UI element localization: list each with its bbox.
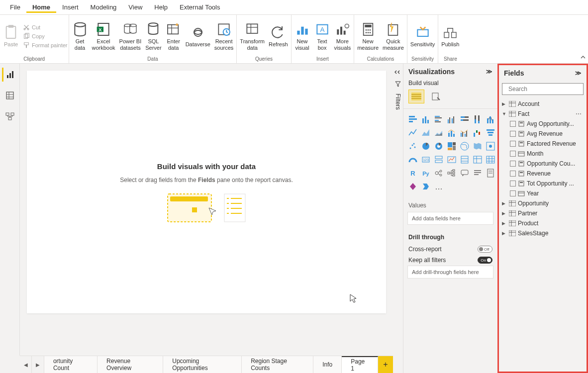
text-box-button[interactable]: AText box xyxy=(312,20,332,52)
publish-button[interactable]: Publish xyxy=(439,23,461,49)
page-prev-button[interactable]: ◀ xyxy=(20,356,32,373)
table-icon[interactable] xyxy=(472,154,483,165)
slicer-icon[interactable] xyxy=(459,154,470,165)
scatter-icon[interactable] xyxy=(407,141,418,152)
table-fact[interactable]: ▼Fact⋯ xyxy=(501,109,585,119)
pie-icon[interactable] xyxy=(420,141,431,152)
page-tab-revenue-overview[interactable]: Revenue Overview xyxy=(98,356,163,373)
model-view-button[interactable] xyxy=(2,109,18,123)
key-influencers-icon[interactable] xyxy=(433,168,444,179)
menu-insert[interactable]: Insert xyxy=(56,1,85,13)
cut-button[interactable]: Cut xyxy=(23,24,68,31)
page-next-button[interactable]: ▶ xyxy=(32,356,44,373)
stacked-column-icon[interactable] xyxy=(420,114,431,125)
menu-help[interactable]: Help xyxy=(148,1,174,13)
kpi-icon[interactable] xyxy=(446,154,457,165)
field-tot-opportunity[interactable]: Tot Opportunity ... xyxy=(509,179,585,188)
table-opportunity[interactable]: ▶Opportunity xyxy=(501,198,585,208)
power-apps-icon[interactable] xyxy=(407,181,418,192)
format-painter-button[interactable]: Format painter xyxy=(23,42,68,49)
field-year[interactable]: Year xyxy=(509,188,585,198)
donut-icon[interactable] xyxy=(433,141,444,152)
add-page-button[interactable]: + xyxy=(378,356,393,373)
dataverse-button[interactable]: Dataverse xyxy=(184,23,212,49)
sensitivity-button[interactable]: Sensitivity xyxy=(408,23,437,49)
field-factored-revenue[interactable]: Factored Revenue xyxy=(509,139,585,149)
transform-data-button[interactable]: Transform data xyxy=(238,20,267,52)
new-measure-button[interactable]: New measure xyxy=(355,20,381,52)
fields-search-input[interactable] xyxy=(508,86,583,93)
clustered-column-icon[interactable] xyxy=(446,114,457,125)
area-chart-icon[interactable] xyxy=(420,127,431,138)
page-tab-info[interactable]: Info xyxy=(313,356,342,373)
copy-button[interactable]: Copy xyxy=(23,33,68,40)
report-view-button[interactable] xyxy=(2,68,18,82)
page-tab-region-stage-counts[interactable]: Region Stage Counts xyxy=(242,356,313,373)
field-month[interactable]: Month xyxy=(509,149,585,159)
paste-button[interactable]: Paste xyxy=(1,23,21,49)
stacked-area-icon[interactable] xyxy=(433,127,444,138)
page-tab-opportunity-count[interactable]: ortunity Count xyxy=(44,356,98,373)
stacked-bar-icon[interactable] xyxy=(407,114,418,125)
python-visual-icon[interactable]: Py xyxy=(420,168,431,179)
line-stacked-column-icon[interactable] xyxy=(446,127,457,138)
collapse-visualizations-button[interactable]: ≫ xyxy=(486,68,492,75)
report-canvas[interactable]: Build visuals with your data Select or d… xyxy=(27,71,386,313)
enter-data-button[interactable]: Enter data xyxy=(164,20,184,52)
table-salesstage[interactable]: ▶SalesStage xyxy=(501,228,585,238)
powerbi-datasets-button[interactable]: Power BI datasets xyxy=(117,20,144,52)
menu-modeling[interactable]: Modeling xyxy=(85,1,123,13)
menu-home[interactable]: Home xyxy=(26,1,56,13)
line-clustered-column-icon[interactable] xyxy=(459,127,470,138)
funnel-icon[interactable] xyxy=(485,127,496,138)
matrix-icon[interactable] xyxy=(485,154,496,165)
field-avg-opportunity[interactable]: Avg Opportunity... xyxy=(509,119,585,129)
line-chart-icon[interactable] xyxy=(407,127,418,138)
quick-measure-button[interactable]: Quick measure xyxy=(381,20,406,52)
filled-map-icon[interactable] xyxy=(472,141,483,152)
build-visual-tab[interactable] xyxy=(408,90,424,103)
expand-filters-button[interactable] xyxy=(394,68,401,77)
power-automate-icon[interactable] xyxy=(420,181,431,192)
menu-external-tools[interactable]: External Tools xyxy=(174,1,226,13)
recent-sources-button[interactable]: Recent sources xyxy=(212,20,236,52)
menu-file[interactable]: File xyxy=(4,1,26,13)
refresh-button[interactable]: Refresh xyxy=(267,23,290,49)
gauge-icon[interactable] xyxy=(407,154,418,165)
table-partner[interactable]: ▶Partner xyxy=(501,208,585,218)
map-icon[interactable] xyxy=(459,141,470,152)
excel-button[interactable]: XExcel workbook xyxy=(90,20,117,52)
paginated-report-icon[interactable] xyxy=(485,168,496,179)
azure-map-icon[interactable] xyxy=(485,141,496,152)
get-more-visuals-icon[interactable] xyxy=(433,181,444,192)
waterfall-icon[interactable] xyxy=(472,127,483,138)
ribbon-chart-icon[interactable] xyxy=(485,114,496,125)
decomposition-tree-icon[interactable] xyxy=(446,168,457,179)
treemap-icon[interactable] xyxy=(446,141,457,152)
collapse-ribbon-button[interactable] xyxy=(580,53,586,62)
menu-view[interactable]: View xyxy=(122,1,148,13)
cross-report-toggle[interactable]: Off xyxy=(478,246,492,253)
get-data-button[interactable]: Get data xyxy=(70,20,90,52)
collapse-fields-button[interactable]: ≫ xyxy=(575,70,582,77)
values-drop-well[interactable]: Add data fields here xyxy=(407,212,493,225)
field-avg-revenue[interactable]: Avg Revenue xyxy=(509,129,585,139)
smart-narrative-icon[interactable] xyxy=(472,168,483,179)
qa-visual-icon[interactable] xyxy=(459,168,470,179)
r-visual-icon[interactable]: R xyxy=(407,168,418,179)
sql-server-button[interactable]: SQL Server xyxy=(143,20,163,52)
page-tab-page1[interactable]: Page 1 xyxy=(342,356,378,373)
table-fact-more[interactable]: ⋯ xyxy=(576,110,584,117)
clustered-bar-icon[interactable] xyxy=(433,114,444,125)
field-revenue[interactable]: Revenue xyxy=(509,169,585,179)
table-product[interactable]: ▶Product xyxy=(501,218,585,228)
stacked-bar-100-icon[interactable] xyxy=(459,114,470,125)
keep-filters-toggle[interactable]: On xyxy=(478,257,492,264)
data-view-button[interactable] xyxy=(2,89,18,102)
stacked-column-100-icon[interactable] xyxy=(472,114,483,125)
more-visuals-button[interactable]: More visuals xyxy=(332,20,353,52)
card-icon[interactable]: 123 xyxy=(420,154,431,165)
fields-search[interactable] xyxy=(502,83,584,95)
multi-row-card-icon[interactable] xyxy=(433,154,444,165)
drill-through-drop-well[interactable]: Add drill-through fields here xyxy=(407,266,493,279)
